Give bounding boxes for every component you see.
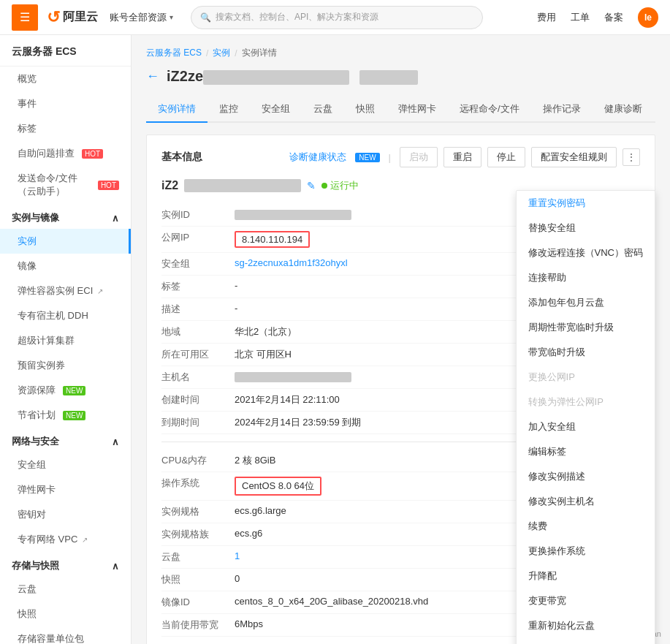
dropdown-item-edit-hostname[interactable]: 修改实例主机名 xyxy=(517,489,655,514)
breadcrumb-sep-1: / xyxy=(206,48,208,58)
dropdown-item-change-os[interactable]: 更换操作系统 xyxy=(517,539,655,564)
start-button[interactable]: 启动 xyxy=(400,147,438,167)
sidebar-item-resource[interactable]: 资源保障 NEW xyxy=(0,378,131,403)
nav-icp[interactable]: 备案 xyxy=(604,11,623,24)
nav-logo[interactable]: ↺ 阿里云 xyxy=(47,8,98,27)
sidebar-title: 云服务器 ECS xyxy=(0,35,131,67)
nav-search-bar[interactable]: 🔍 搜索文档、控制台、API、解决方案和资源 xyxy=(191,6,483,29)
sidebar-section-network[interactable]: 网络与安全 ∧ xyxy=(0,428,131,452)
sidebar-section-title: 实例与镜像 xyxy=(12,211,59,224)
tab-operation-log[interactable]: 操作记录 xyxy=(531,96,593,123)
nav-account[interactable]: 账号全部资源 ▾ xyxy=(110,11,173,24)
public-ip: 8.140.110.194 xyxy=(235,231,310,248)
tab-instance-detail[interactable]: 实例详情 xyxy=(146,96,208,123)
label-sg: 安全组 xyxy=(161,257,235,270)
chevron-down-icon: ▾ xyxy=(170,13,173,21)
sidebar-item-reserved[interactable]: 预留实例券 xyxy=(0,353,131,378)
stop-button[interactable]: 停止 xyxy=(487,147,525,167)
dropdown-item-replace-sg[interactable]: 替换安全组 xyxy=(517,216,655,240)
hamburger-button[interactable]: ☰ xyxy=(12,4,38,31)
nav-fee[interactable]: 费用 xyxy=(537,11,556,24)
dropdown-item-add-disk[interactable]: 添加包年包月云盘 xyxy=(517,290,655,315)
dropdown-item-renew[interactable]: 续费 xyxy=(517,514,655,539)
dropdown-item-edit-tags[interactable]: 编辑标签 xyxy=(517,439,655,464)
label-expire: 到期时间 xyxy=(161,416,235,429)
sidebar-item-storage-capacity[interactable]: 存储容量单位包 xyxy=(0,626,131,644)
back-button[interactable]: ← xyxy=(146,69,159,84)
card-header: 基本信息 诊断健康状态 NEW | 启动 重启 停止 配置安全组规则 ⋮ xyxy=(161,147,640,167)
account-label: 账号全部资源 xyxy=(110,11,167,24)
dropdown-item-scale[interactable]: 升降配 xyxy=(517,564,655,588)
dropdown-item-temp-bandwidth[interactable]: 带宽临时升级 xyxy=(517,340,655,365)
sidebar-item-savings[interactable]: 节省计划 NEW xyxy=(0,403,131,428)
dropdown-item-connect-help[interactable]: 连接帮助 xyxy=(517,265,655,290)
nav-ticket[interactable]: 工单 xyxy=(571,11,590,24)
sidebar-item-vpc[interactable]: 专有网络 VPC ↗ xyxy=(0,527,131,552)
instance-name-prefix: iZ2 xyxy=(161,179,178,192)
sidebar-item-hpc[interactable]: 超级计算集群 xyxy=(0,328,131,353)
sidebar-item-instance[interactable]: 实例 xyxy=(0,229,131,254)
diagnose-new-badge: NEW xyxy=(355,153,379,162)
breadcrumb-ecs[interactable]: 云服务器 ECS xyxy=(146,47,202,59)
config-secgroup-button[interactable]: 配置安全组规则 xyxy=(531,147,617,167)
sidebar-item-cloudassist[interactable]: 发送命令/文件（云助手） HOT xyxy=(0,166,131,204)
hamburger-icon: ☰ xyxy=(20,10,30,24)
sidebar-item-events[interactable]: 事件 xyxy=(0,91,131,116)
logo-icon: ↺ xyxy=(47,8,60,27)
sidebar-item-secgroup[interactable]: 安全组 xyxy=(0,452,131,477)
label-zone: 所在可用区 xyxy=(161,348,235,361)
breadcrumb: 云服务器 ECS / 实例 / 实例详情 xyxy=(146,47,655,59)
sidebar-item-eni[interactable]: 弹性网卡 xyxy=(0,477,131,502)
sidebar-section-instance[interactable]: 实例与镜像 ∧ xyxy=(0,204,131,229)
tab-command[interactable]: 远程命令/文件 xyxy=(448,96,531,123)
sidebar-item-keypair[interactable]: 密钥对 xyxy=(0,502,131,527)
sidebar-item-disk[interactable]: 云盘 xyxy=(0,577,131,602)
dropdown-menu: 重置实例密码 替换安全组 修改远程连接（VNC）密码 连接帮助 添加包年包月云盘… xyxy=(516,190,655,644)
dropdown-item-change-bw[interactable]: 变更带宽 xyxy=(517,588,655,613)
sidebar-collapse-button[interactable]: ‹ xyxy=(131,279,132,308)
sidebar-item-image[interactable]: 镜像 xyxy=(0,254,131,279)
hot-badge-2: HOT xyxy=(98,181,119,190)
label-cpu: CPU&内存 xyxy=(161,454,235,467)
dropdown-item-join-sg[interactable]: 加入安全组 xyxy=(517,414,655,439)
sidebar-item-eci[interactable]: 弹性容器实例 ECI ↗ xyxy=(0,279,131,303)
sidebar-item-ddh[interactable]: 专有宿主机 DDH xyxy=(0,303,131,328)
dropdown-item-periodic-bandwidth[interactable]: 周期性带宽临时升级 xyxy=(517,315,655,340)
label-hostname: 主机名 xyxy=(161,371,235,384)
breadcrumb-instance-list[interactable]: 实例 xyxy=(213,47,230,59)
tab-health-check[interactable]: 健康诊断 xyxy=(593,96,654,123)
label-spec-family: 实例规格族 xyxy=(161,528,235,541)
breadcrumb-current: 实例详情 xyxy=(242,47,277,59)
diagnose-label[interactable]: 诊断健康状态 xyxy=(289,151,346,164)
sidebar-item-overview[interactable]: 概览 xyxy=(0,67,131,91)
dropdown-item-vnc-password[interactable]: 修改远程连接（VNC）密码 xyxy=(517,240,655,265)
tab-security-group[interactable]: 安全组 xyxy=(250,96,302,123)
dropdown-item-edit-desc[interactable]: 修改实例描述 xyxy=(517,464,655,489)
page-title: iZ2ze xyxy=(167,68,418,85)
more-actions-button[interactable]: ⋮ xyxy=(623,148,640,166)
instance-status: 运行中 xyxy=(321,179,359,192)
top-nav: ☰ ↺ 阿里云 账号全部资源 ▾ 🔍 搜索文档、控制台、API、解决方案和资源 … xyxy=(0,0,670,35)
page-title-row: ← iZ2ze xyxy=(146,68,655,85)
dropdown-item-create-image[interactable]: 创建自定义镜像 xyxy=(517,638,655,644)
restart-button[interactable]: 重启 xyxy=(444,147,481,167)
external-icon: ↗ xyxy=(97,287,103,295)
sidebar-item-snapshot[interactable]: 快照 xyxy=(0,602,131,626)
sidebar-section-storage[interactable]: 存储与快照 ∧ xyxy=(0,552,131,577)
dropdown-item-reset-password[interactable]: 重置实例密码 xyxy=(517,191,655,216)
dropdown-item-reinit-disk[interactable]: 重新初始化云盘 xyxy=(517,613,655,638)
label-disk: 云盘 xyxy=(161,550,235,564)
sidebar-section-title-2: 网络与安全 xyxy=(12,435,59,448)
tab-eni[interactable]: 弹性网卡 xyxy=(387,96,448,123)
tab-snapshot[interactable]: 快照 xyxy=(344,96,387,123)
sidebar-item-tags[interactable]: 标签 xyxy=(0,116,131,141)
logo-text: 阿里云 xyxy=(63,10,98,25)
sidebar-item-troubleshoot[interactable]: 自助问题排查 HOT xyxy=(0,141,131,166)
collapse-icon-2: ∧ xyxy=(112,436,119,447)
edit-icon[interactable]: ✎ xyxy=(307,180,316,192)
collapse-icon-3: ∧ xyxy=(112,561,119,572)
tab-disk[interactable]: 云盘 xyxy=(302,96,344,123)
tab-monitor[interactable]: 监控 xyxy=(208,96,250,123)
user-avatar[interactable]: Ie xyxy=(638,7,658,28)
new-badge-2: NEW xyxy=(63,411,85,420)
